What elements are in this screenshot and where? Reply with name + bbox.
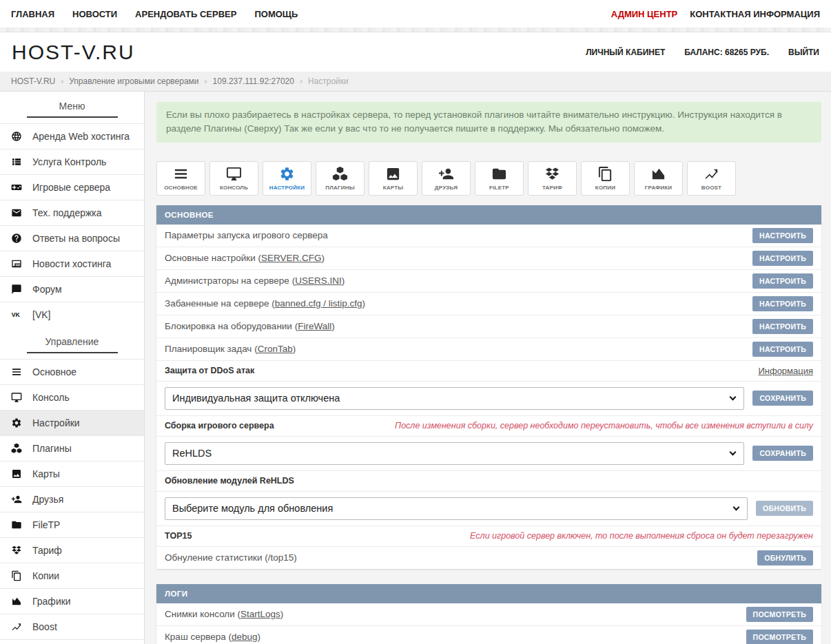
personal-cabinet-link[interactable]: ЛИЧНЫЙ КАБИНЕТ bbox=[586, 48, 665, 57]
tab-boost[interactable]: BOOST bbox=[687, 161, 736, 196]
user-plus-icon bbox=[438, 166, 454, 182]
sidebar-item-copies[interactable]: Копии bbox=[0, 563, 144, 588]
build-subheader-row: Сборка игрового сервераПосле изменения с… bbox=[156, 416, 821, 437]
sidebar-item-support[interactable]: Тех. поддержка bbox=[0, 200, 144, 225]
crash-debug-link[interactable]: debug bbox=[232, 632, 258, 642]
site-header: HOST-V.RU ЛИЧНЫЙ КАБИНЕТ БАЛАНС: 68265 Р… bbox=[0, 32, 831, 72]
crontab-link[interactable]: CronTab bbox=[258, 344, 293, 354]
top15-subheader-row: TOP15Если игровой сервер включен, то пос… bbox=[156, 526, 821, 547]
tab-settings[interactable]: НАСТРОЙКИ bbox=[263, 161, 311, 196]
contact-info-link[interactable]: КОНТАКТНАЯ ИНФОРМАЦИЯ bbox=[690, 9, 820, 19]
ddos-select-button[interactable]: СОХРАНИТЬ bbox=[752, 391, 813, 406]
server-cfg-link[interactable]: SERVER.CFG bbox=[261, 253, 322, 263]
sidebar-item-charts[interactable]: Графики bbox=[0, 588, 144, 614]
sidebar-item-forum[interactable]: Форум bbox=[0, 276, 144, 302]
sidebar-item-maps[interactable]: Карты bbox=[0, 461, 144, 486]
launch-params-button[interactable]: НАСТРОИТЬ bbox=[752, 228, 813, 243]
topnav-link-rent-server[interactable]: АРЕНДОВАТЬ СЕРВЕР bbox=[135, 9, 236, 19]
decorative-strip bbox=[0, 28, 831, 32]
top15-reset-button[interactable]: ОБНУЛИТЬ bbox=[757, 550, 813, 565]
ddos-select[interactable]: Индивидуальная защита отключена bbox=[165, 387, 744, 410]
cubes-icon bbox=[11, 443, 23, 454]
site-logo[interactable]: HOST-V.RU bbox=[12, 41, 135, 64]
row-label: Краш сервера (debug) bbox=[165, 632, 260, 642]
row-label: Планировщик задач (CronTab) bbox=[165, 344, 296, 354]
topnav-link-news[interactable]: НОВОСТИ bbox=[72, 9, 117, 19]
users-ini-link[interactable]: USERS.INI bbox=[295, 276, 342, 286]
bars-icon bbox=[11, 366, 23, 377]
sidebar-item-faq[interactable]: Ответы на вопросы bbox=[0, 225, 144, 251]
sidebar-item-plugins[interactable]: Плагины bbox=[0, 435, 144, 461]
monitor-icon bbox=[11, 392, 23, 403]
sidebar-item-main[interactable]: Основное bbox=[0, 359, 144, 384]
sidebar-item-service-control[interactable]: Услуга Контроль bbox=[0, 149, 144, 174]
tab-main[interactable]: ОСНОВНОЕ bbox=[156, 161, 205, 196]
row-label: Основные настройки (SERVER.CFG) bbox=[165, 253, 325, 263]
globe-icon bbox=[11, 131, 23, 142]
banned-button[interactable]: НАСТРОИТЬ bbox=[752, 296, 813, 311]
sidebar-item-settings[interactable]: Настройки bbox=[0, 410, 144, 435]
gear-icon bbox=[279, 166, 295, 182]
sidebar-item-label: Аренда Web хостинга bbox=[32, 131, 130, 142]
topnav-link-home[interactable]: ГЛАВНАЯ bbox=[11, 9, 54, 19]
sidebar-item-label: Форум bbox=[32, 284, 62, 295]
build-select[interactable]: ReHLDS bbox=[165, 442, 744, 465]
module-select[interactable]: Выберите модуль для обновления bbox=[165, 497, 748, 520]
ddos-select-row: Индивидуальная защита отключенаСОХРАНИТЬ bbox=[156, 382, 821, 416]
tab-copies[interactable]: КОПИИ bbox=[581, 161, 630, 196]
sidebar-item-game-servers[interactable]: Игровые сервера bbox=[0, 174, 144, 200]
tab-tariff[interactable]: ТАРИФ bbox=[528, 161, 577, 196]
tab-label: BOOST bbox=[701, 185, 721, 191]
crontab-row: Планировщик задач (CronTab)НАСТРОИТЬ bbox=[156, 338, 821, 361]
breadcrumb-item-1[interactable]: Управление игровыми серверами bbox=[69, 76, 198, 86]
crash-debug-button[interactable]: ПОСМОТРЕТЬ bbox=[746, 630, 813, 644]
monitor-icon bbox=[226, 166, 242, 182]
sidebar-item-hosting-news[interactable]: Новости хостинга bbox=[0, 251, 144, 276]
header-account-links: ЛИЧНЫЙ КАБИНЕТ БАЛАНС: 68265 РУБ. ВЫЙТИ bbox=[586, 48, 819, 57]
crontab-button[interactable]: НАСТРОИТЬ bbox=[752, 342, 813, 357]
sidebar-item-friends[interactable]: Друзья bbox=[0, 486, 144, 512]
users-ini-button[interactable]: НАСТРОИТЬ bbox=[752, 273, 813, 289]
tab-label: ДРУЗЬЯ bbox=[435, 185, 458, 191]
server-cfg-row: Основные настройки (SERVER.CFG)НАСТРОИТЬ bbox=[156, 247, 821, 270]
build-select-row: ReHLDSСОХРАНИТЬ bbox=[156, 437, 821, 471]
module-select-button[interactable]: ОБНОВИТЬ bbox=[756, 501, 813, 516]
gear-icon bbox=[11, 417, 23, 428]
firewall-link[interactable]: FireWall bbox=[298, 321, 331, 331]
sidebar-item-label: Консоль bbox=[32, 392, 70, 403]
breadcrumb-separator: › bbox=[300, 76, 302, 86]
server-cfg-button[interactable]: НАСТРОИТЬ bbox=[752, 251, 813, 266]
sidebar-item-label: Карты bbox=[32, 468, 60, 479]
tab-charts[interactable]: ГРАФИКИ bbox=[634, 161, 683, 196]
logout-link[interactable]: ВЫЙТИ bbox=[788, 48, 819, 57]
topnav-link-help[interactable]: ПОМОЩЬ bbox=[254, 9, 298, 19]
sidebar-item-label: Тариф bbox=[32, 545, 62, 556]
sidebar-item-tariff[interactable]: Тариф bbox=[0, 537, 144, 563]
sidebar-item-console[interactable]: Консоль bbox=[0, 384, 144, 410]
tab-friends[interactable]: ДРУЗЬЯ bbox=[422, 161, 471, 196]
sidebar-item-web-hosting[interactable]: Аренда Web хостинга bbox=[0, 123, 144, 149]
admin-center-link[interactable]: АДМИН ЦЕНТР bbox=[611, 9, 677, 19]
tab-plugins[interactable]: ПЛАГИНЫ bbox=[316, 161, 365, 196]
topbar-right: АДМИН ЦЕНТР КОНТАКТНАЯ ИНФОРМАЦИЯ bbox=[611, 9, 820, 19]
tab-maps[interactable]: КАРТЫ bbox=[369, 161, 418, 196]
breadcrumb-item-0[interactable]: HOST-V.RU bbox=[11, 76, 55, 86]
tab-console[interactable]: КОНСОЛЬ bbox=[209, 161, 258, 196]
firewall-button[interactable]: НАСТРОИТЬ bbox=[752, 319, 813, 334]
sidebar-menu-list: Аренда Web хостингаУслуга КонтрольИгровы… bbox=[0, 123, 144, 327]
sidebar-item-boost[interactable]: Boost bbox=[0, 614, 144, 640]
sidebar-item-filetp[interactable]: FileTP bbox=[0, 512, 144, 537]
startlogs-link[interactable]: StartLogs bbox=[240, 609, 280, 619]
build-select-button[interactable]: СОХРАНИТЬ bbox=[752, 446, 813, 461]
row-label: Снимки консоли (StartLogs) bbox=[165, 609, 283, 619]
balance-label: БАЛАНС: 68265 РУБ. bbox=[684, 48, 769, 57]
breadcrumb-item-2[interactable]: 109.237.111.92:27020 bbox=[213, 76, 294, 86]
sidebar-manage-list: ОсновноеКонсольНастройкиПлагиныКартыДруз… bbox=[0, 359, 144, 640]
comments-icon bbox=[11, 284, 23, 295]
section-logs: ЛОГИСнимки консоли (StartLogs)ПОСМОТРЕТЬ… bbox=[156, 584, 821, 644]
startlogs-button[interactable]: ПОСМОТРЕТЬ bbox=[746, 607, 813, 622]
ddos-info-link[interactable]: Информация bbox=[758, 366, 813, 376]
tab-filetp[interactable]: FILETP bbox=[475, 161, 524, 196]
sidebar-item-vk[interactable]: VK[VK] bbox=[0, 302, 144, 327]
banned-link[interactable]: banned.cfg / listip.cfg bbox=[275, 298, 362, 309]
